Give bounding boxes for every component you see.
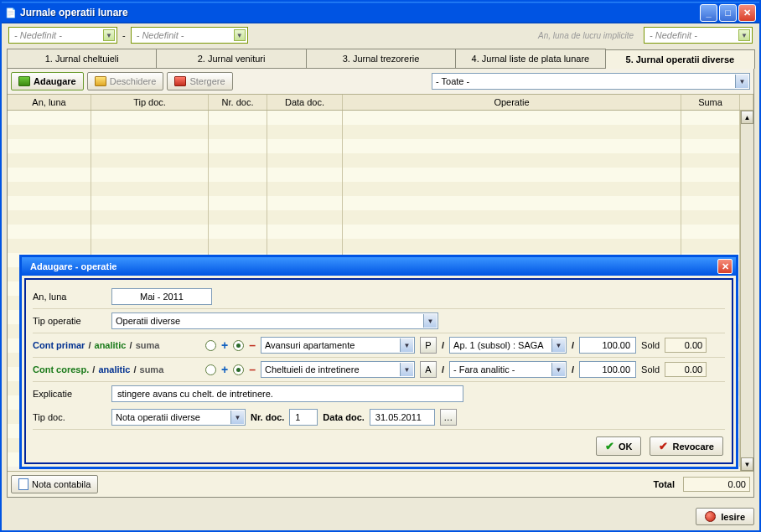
anluna-label: An, luna xyxy=(33,292,106,302)
coresp-a-button[interactable]: A xyxy=(420,361,437,378)
plus-icon: + xyxy=(221,338,228,352)
total-value: 0.00 xyxy=(683,477,750,492)
period-default-combo[interactable]: - Nedefinit -▼ xyxy=(644,27,753,44)
datadoc-picker-button[interactable]: … xyxy=(440,409,457,426)
period-year-combo[interactable]: - Nedefinit -▼ xyxy=(8,27,117,44)
cancel-button[interactable]: ✔Revocare xyxy=(650,436,723,456)
col-datadoc[interactable]: Data doc. xyxy=(267,95,343,110)
tipdoc-select[interactable]: Nota operatii diverse▼ xyxy=(111,409,246,426)
coresp-account-select[interactable]: Cheltuieli de intretinere▼ xyxy=(261,361,415,378)
primary-account-select[interactable]: Avansuri apartamente▼ xyxy=(261,337,415,354)
dialog-title: Adaugare - operatie xyxy=(25,261,717,271)
chevron-down-icon: ▼ xyxy=(103,29,115,41)
primary-labels: Cont primar / analitic / suma xyxy=(33,340,200,350)
coresp-plus-radio[interactable] xyxy=(205,364,216,375)
dialog-close-button[interactable]: ✕ xyxy=(717,259,733,274)
chevron-down-icon: ▼ xyxy=(738,29,750,41)
coresp-analytic-select[interactable]: - Fara analitic -▼ xyxy=(449,361,567,378)
filter-combo[interactable]: - Toate -▼ xyxy=(432,73,750,90)
scroll-down-icon[interactable]: ▼ xyxy=(741,457,753,471)
col-anluna[interactable]: An, luna xyxy=(8,95,91,110)
plus-icon: + xyxy=(221,363,228,376)
explic-label: Explicatie xyxy=(33,389,106,399)
add-operation-dialog: Adaugare - operatie ✕ An, luna Mai - 201… xyxy=(19,255,738,469)
explic-field[interactable] xyxy=(111,385,463,402)
total-label: Total xyxy=(654,479,675,489)
tipdoc-label: Tip doc. xyxy=(33,412,106,422)
window-title: Jurnale operatii lunare xyxy=(20,7,698,18)
anluna-field[interactable]: Mai - 2011 xyxy=(111,288,212,305)
chevron-down-icon: ▼ xyxy=(400,363,413,376)
grid-header: An, luna Tip doc. Nr. doc. Data doc. Ope… xyxy=(8,94,753,111)
window-close-button[interactable]: ✕ xyxy=(738,4,756,22)
chevron-down-icon: ▼ xyxy=(400,338,413,352)
col-tipdoc[interactable]: Tip doc. xyxy=(91,95,209,110)
primary-minus-radio[interactable] xyxy=(233,340,244,351)
window-titlebar: 📄 Jurnale operatii lunare _ □ ✕ xyxy=(2,2,759,23)
period-month-combo[interactable]: - Nedefinit -▼ xyxy=(131,27,248,44)
tab-trezorerie[interactable]: 3. Jurnal trezorerie xyxy=(306,49,456,68)
col-suma[interactable]: Suma xyxy=(681,95,740,110)
primary-analytic-select[interactable]: Ap. 1 (subsol) : SAGA▼ xyxy=(449,337,567,354)
delete-button[interactable]: Stergere xyxy=(167,72,232,90)
nrdoc-field[interactable] xyxy=(289,409,318,426)
folder-add-icon xyxy=(18,76,30,86)
nota-contabila-button[interactable]: Nota contabila xyxy=(11,475,98,493)
minus-icon: – xyxy=(249,338,256,352)
scroll-up-icon[interactable]: ▲ xyxy=(741,111,753,124)
coresp-sold-label: Sold xyxy=(641,364,660,374)
ok-button[interactable]: ✔OK xyxy=(596,436,642,456)
x-icon: ✔ xyxy=(659,440,668,452)
datadoc-label: Data doc. xyxy=(323,412,365,422)
chevron-down-icon: ▼ xyxy=(234,29,246,41)
grid-scrollbar[interactable]: ▲ ▼ xyxy=(740,111,753,471)
window-minimize-button[interactable]: _ xyxy=(700,4,717,22)
tipop-label: Tip operatie xyxy=(33,316,106,326)
coresp-minus-radio[interactable] xyxy=(233,364,244,375)
primary-sold-label: Sold xyxy=(641,340,660,350)
coresp-amount-field[interactable] xyxy=(579,361,636,378)
tab-venituri[interactable]: 2. Jurnal venituri xyxy=(156,49,306,68)
chevron-down-icon: ▼ xyxy=(551,363,565,376)
chevron-down-icon: ▼ xyxy=(735,75,748,88)
tab-liste-plata[interactable]: 4. Jurnal liste de plata lunare xyxy=(455,49,605,68)
primary-p-button[interactable]: P xyxy=(420,337,437,354)
tab-operatii-diverse[interactable]: 5. Jurnal operatii diverse xyxy=(605,49,755,69)
tipop-select[interactable]: Operatii diverse▼ xyxy=(111,312,438,329)
exit-button[interactable]: Iesire xyxy=(696,508,754,525)
add-button[interactable]: Adaugare xyxy=(11,72,84,90)
document-icon xyxy=(18,478,28,490)
tab-cheltuieli[interactable]: 1. Jurnal cheltuieli xyxy=(7,49,157,68)
datadoc-field[interactable] xyxy=(370,409,435,426)
primary-amount-field[interactable] xyxy=(579,337,636,354)
col-operatie[interactable]: Operatie xyxy=(343,95,681,110)
folder-open-icon xyxy=(95,76,106,86)
window-maximize-button[interactable]: □ xyxy=(719,4,737,22)
primary-plus-radio[interactable] xyxy=(205,340,216,351)
period-note: An, luna de lucru implicite xyxy=(538,31,634,40)
power-icon xyxy=(705,511,716,522)
coresp-sold-value: 0.00 xyxy=(665,362,707,377)
col-nrdoc[interactable]: Nr. doc. xyxy=(209,95,267,110)
primary-sold-value: 0.00 xyxy=(665,338,707,353)
coresp-labels: Cont coresp. / analitic / suma xyxy=(33,364,200,374)
folder-delete-icon xyxy=(174,76,186,86)
minus-icon: – xyxy=(249,363,256,376)
open-button[interactable]: Deschidere xyxy=(87,72,164,90)
nrdoc-label: Nr. doc. xyxy=(251,412,284,422)
app-icon: 📄 xyxy=(5,8,17,18)
chevron-down-icon: ▼ xyxy=(230,411,244,424)
check-icon: ✔ xyxy=(605,440,614,452)
chevron-down-icon: ▼ xyxy=(551,338,565,352)
chevron-down-icon: ▼ xyxy=(423,314,437,328)
